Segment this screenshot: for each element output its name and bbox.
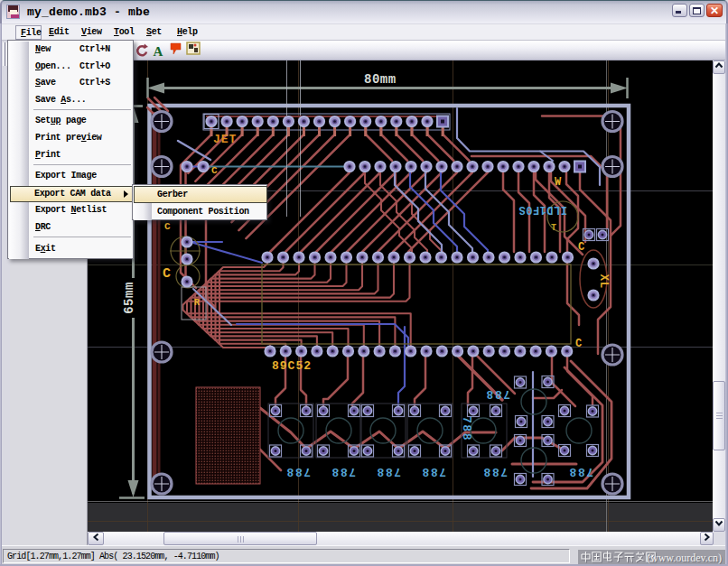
svg-text:788: 788 [421, 465, 446, 478]
svg-text:65mm: 65mm [122, 282, 136, 314]
svg-text:W: W [555, 176, 562, 189]
svg-text:80mm: 80mm [364, 72, 397, 87]
svg-text:788: 788 [376, 465, 401, 478]
svg-text:C: C [163, 266, 172, 282]
svg-text:788: 788 [331, 465, 356, 478]
svg-text:C: C [575, 338, 583, 350]
svg-text:C: C [211, 165, 219, 176]
svg-text:T: T [551, 223, 557, 233]
svg-text:788: 788 [485, 387, 510, 401]
svg-text:89C52: 89C52 [272, 359, 312, 373]
svg-text:ILD1F0S: ILD1F0S [518, 203, 567, 216]
svg-text:R: R [194, 298, 201, 308]
svg-text:C: C [164, 221, 172, 232]
svg-text:788: 788 [285, 465, 311, 478]
svg-text:A: A [154, 44, 163, 59]
svg-text:(www.ourdev.cn): (www.ourdev.cn) [647, 552, 722, 564]
svg-text:788: 788 [482, 465, 508, 478]
svg-text:788: 788 [460, 416, 473, 441]
svg-text:C: C [578, 241, 585, 254]
svg-text:JET: JET [213, 133, 237, 146]
svg-text:XL: XL [597, 274, 610, 289]
svg-text:788: 788 [568, 465, 593, 478]
